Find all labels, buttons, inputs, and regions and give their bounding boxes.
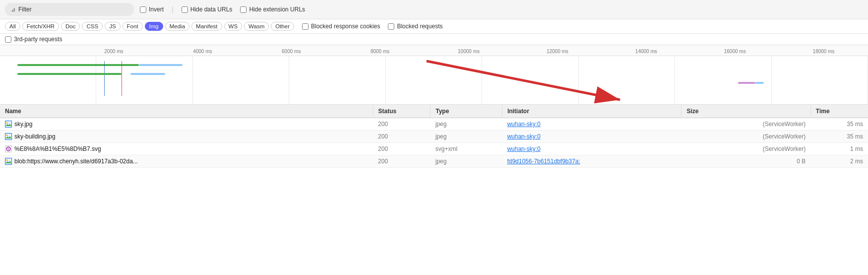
type-btn-doc[interactable]: Doc	[61, 22, 80, 31]
table-row[interactable]: %E8%8A%B1%E5%8D%B7.svg 200 svg+xml wuhan…	[0, 143, 868, 155]
cell-size: (ServiceWorker)	[682, 131, 810, 143]
type-btn-fetch-xhr[interactable]: Fetch/XHR	[22, 22, 59, 31]
cell-name: %E8%8A%B1%E5%8D%B7.svg	[0, 143, 373, 155]
initiator-link[interactable]: wuhan-sky:0	[507, 121, 540, 128]
svg-point-4	[6, 122, 8, 124]
hide-ext-checkbox[interactable]	[240, 6, 247, 13]
hide-ext-label: Hide extension URLs	[249, 6, 305, 13]
hide-data-checkbox[interactable]	[182, 6, 188, 13]
blocked-cookies-label[interactable]: Blocked response cookies	[302, 23, 380, 30]
file-name: sky.jpg	[14, 121, 32, 128]
th-name: Name	[0, 105, 373, 118]
cell-initiator[interactable]: wuhan-sky:0	[502, 131, 682, 143]
blocked-cookies-checkbox[interactable]	[302, 23, 309, 30]
blocked-requests-checkbox[interactable]	[388, 23, 394, 30]
cell-initiator[interactable]: fd9d1056-7b6151dbf9b37a:	[502, 155, 682, 168]
divider1: |	[172, 5, 174, 13]
thirdparty-checkbox-label[interactable]: 3rd-party requests	[5, 36, 62, 43]
blocked-group: Blocked response cookies Blocked request…	[302, 23, 442, 30]
initiator-link[interactable]: wuhan-sky:0	[507, 145, 540, 152]
th-status: Status	[373, 105, 431, 118]
thirdparty-checkbox[interactable]	[5, 36, 11, 43]
type-btn-ws[interactable]: WS	[224, 22, 243, 31]
table-row[interactable]: blob:https://www.chenyh.site/d6917a3b-02…	[0, 155, 868, 168]
cell-name: blob:https://www.chenyh.site/d6917a3b-02…	[0, 155, 373, 168]
hide-data-checkbox-label[interactable]: Hide data URLs	[182, 6, 233, 13]
blocked-cookies-text: Blocked response cookies	[311, 23, 380, 30]
type-btn-media[interactable]: Media	[165, 22, 189, 31]
initiator-link[interactable]: wuhan-sky:0	[507, 133, 540, 140]
cell-initiator[interactable]: wuhan-sky:0	[502, 118, 682, 131]
th-type: Type	[431, 105, 502, 118]
filter-label: Filter	[18, 6, 32, 13]
cell-size: (ServiceWorker)	[682, 143, 810, 155]
type-btn-css[interactable]: CSS	[82, 22, 103, 31]
tick-12000: 12000 ms	[513, 49, 602, 54]
invert-checkbox[interactable]	[140, 6, 146, 13]
type-btn-all[interactable]: All	[5, 22, 20, 31]
svg-rect-7	[5, 134, 11, 139]
tick-10000: 10000 ms	[425, 49, 513, 54]
cell-time: 35 ms	[810, 131, 868, 143]
svg-rect-15	[5, 158, 11, 164]
tick-14000: 14000 ms	[602, 49, 690, 54]
table-container: Name Status Type Initiator Size Time sky…	[0, 105, 868, 168]
initiator-link[interactable]: fd9d1056-7b6151dbf9b37a:	[507, 158, 580, 165]
tick-4000: 4000 ms	[158, 49, 247, 54]
filter-box[interactable]: ⊿ Filter	[5, 3, 134, 16]
hide-ext-checkbox-label[interactable]: Hide extension URLs	[240, 6, 305, 13]
blocked-requests-label[interactable]: Blocked requests	[388, 23, 442, 30]
type-btn-img[interactable]: Img	[145, 22, 163, 31]
th-time: Time	[810, 105, 868, 118]
blocked-requests-text: Blocked requests	[397, 23, 442, 30]
table-body: sky.jpg 200 jpeg wuhan-sky:0 (ServiceWor…	[0, 118, 868, 168]
tick-18000: 18000 ms	[779, 49, 868, 54]
filter-icon: ⊿	[11, 6, 15, 13]
table-row[interactable]: sky-building.jpg 200 jpeg wuhan-sky:0 (S…	[0, 131, 868, 143]
thirdparty-label: 3rd-party requests	[14, 36, 62, 43]
tick-2000: 2000 ms	[69, 49, 158, 54]
table-row[interactable]: sky.jpg 200 jpeg wuhan-sky:0 (ServiceWor…	[0, 118, 868, 131]
hide-data-label: Hide data URLs	[190, 6, 233, 13]
table-header: Name Status Type Initiator Size Time	[0, 105, 868, 118]
cell-type: jpeg	[431, 131, 502, 143]
type-btn-font[interactable]: Font	[123, 22, 143, 31]
timeline-area: 2000 ms 4000 ms 6000 ms 8000 ms 10000 ms…	[0, 45, 868, 105]
th-initiator: Initiator	[502, 105, 682, 118]
toolbar-row1: ⊿ Filter Invert | Hide data URLs Hide ex…	[0, 0, 868, 19]
cell-name: sky.jpg	[0, 118, 373, 131]
th-size: Size	[682, 105, 810, 118]
cell-status: 200	[373, 118, 431, 131]
tick-16000: 16000 ms	[690, 49, 779, 54]
cell-status: 200	[373, 131, 431, 143]
cell-initiator[interactable]: wuhan-sky:0	[502, 143, 682, 155]
timeline-chart	[0, 56, 868, 105]
tick-8000: 8000 ms	[336, 49, 425, 54]
timeline-ruler: 2000 ms 4000 ms 6000 ms 8000 ms 10000 ms…	[0, 45, 868, 56]
cell-size: 0 B	[682, 155, 810, 168]
type-btn-wasm[interactable]: Wasm	[244, 22, 269, 31]
cell-name: sky-building.jpg	[0, 131, 373, 143]
red-arrow	[0, 56, 868, 105]
network-table: Name Status Type Initiator Size Time sky…	[0, 105, 868, 168]
invert-checkbox-label[interactable]: Invert	[140, 6, 164, 13]
type-btn-manifest[interactable]: Manifest	[191, 22, 222, 31]
checkbox-group-top: Invert | Hide data URLs Hide extension U…	[140, 5, 305, 13]
svg-point-13	[7, 148, 9, 150]
thirdparty-bar: 3rd-party requests	[0, 34, 868, 45]
svg-rect-3	[5, 121, 11, 127]
svg-point-16	[6, 159, 8, 161]
file-name: sky-building.jpg	[14, 133, 56, 140]
cell-size: (ServiceWorker)	[682, 118, 810, 131]
type-btn-other[interactable]: Other	[271, 22, 294, 31]
type-btn-js[interactable]: JS	[105, 22, 120, 31]
cell-time: 35 ms	[810, 118, 868, 131]
cell-status: 200	[373, 143, 431, 155]
cell-time: 1 ms	[810, 143, 868, 155]
cell-type: svg+xml	[431, 143, 502, 155]
svg-point-8	[6, 135, 8, 136]
file-name: %E8%8A%B1%E5%8D%B7.svg	[14, 145, 101, 152]
cell-time: 2 ms	[810, 155, 868, 168]
tick-6000: 6000 ms	[247, 49, 336, 54]
file-name: blob:https://www.chenyh.site/d6917a3b-02…	[14, 158, 138, 165]
